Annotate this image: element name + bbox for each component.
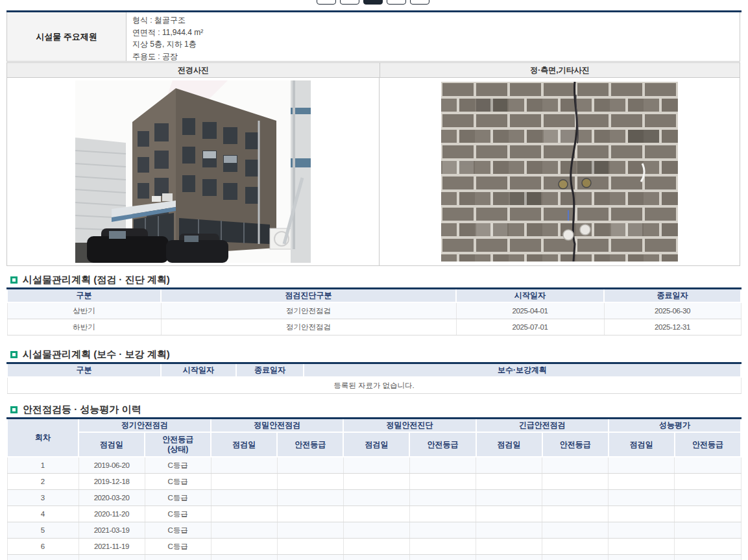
cell-empty: [609, 457, 675, 474]
col-header-inspection-type: 점검진단구분: [161, 289, 456, 302]
sub-header-date: 점검일: [476, 432, 542, 457]
section-bullet-icon: [10, 406, 18, 413]
cell-empty: [277, 539, 343, 555]
repair-plan-table: 구분 시작일자 종료일자 보수·보강계획 등록된 자료가 없습니다.: [6, 362, 742, 394]
cell-start-date: 2025-04-01: [456, 302, 604, 319]
col-header-start-date: 시작일자: [161, 364, 236, 377]
pagination-button[interactable]: [340, 0, 359, 5]
cell-empty: [211, 555, 277, 560]
photo-header-panorama: 전경사진: [7, 63, 380, 77]
cell-inspection-type: 정기안전점검: [161, 302, 456, 319]
cell-empty: [675, 457, 741, 474]
cell-empty: [609, 539, 675, 555]
history-table: 회차 정기안전점검 정밀안전점검 정밀안전진단 긴급안전점검 성능평가 점검일 …: [6, 417, 742, 560]
cell-round: 5: [7, 522, 78, 539]
cell-empty: [78, 555, 145, 560]
history-row: 4 2020-11-20 C등급: [7, 506, 741, 522]
cell-empty: [542, 522, 609, 539]
cell-empty: [476, 522, 542, 539]
history-row: 6 2021-11-19 C등급: [7, 539, 741, 555]
spec-floor-area: 연면적 : 11,944.4 m²: [132, 27, 734, 39]
cell-empty: [542, 539, 609, 555]
cell-empty: [542, 506, 609, 522]
cell-empty: [609, 522, 675, 539]
cell-end-date: 2025-06-30: [604, 302, 741, 319]
facility-detail-page: 시설물 주요제원 형식 : 철골구조 연면적 : 11,944.4 m² 지상 …: [0, 0, 748, 560]
sub-header-date: 점검일: [343, 432, 409, 457]
cell-empty: [7, 555, 78, 560]
sub-header-date: 점검일: [78, 432, 145, 457]
sub-header-grade: 안전등급: [675, 432, 741, 457]
cell-empty: [675, 474, 741, 490]
group-header-regular-inspection: 정기안전점검: [78, 419, 211, 432]
sub-header-date: 점검일: [609, 432, 675, 457]
cell-empty: [609, 506, 675, 522]
cell-empty: [277, 506, 343, 522]
cell-inspection-date: 2019-06-20: [78, 457, 145, 474]
sub-header-date: 점검일: [211, 432, 277, 457]
cell-empty: [277, 555, 343, 560]
section-title: 안전점검등 · 성능평가 이력: [23, 404, 141, 416]
cell-empty: [476, 555, 542, 560]
history-row: 1 2019-06-20 C등급: [7, 457, 741, 474]
cell-empty: [211, 474, 277, 490]
cell-empty: [675, 506, 741, 522]
cell-round: 6: [7, 539, 78, 555]
section-repair-plan: 시설물관리계획 (보수 · 보강 계획): [10, 348, 170, 361]
spec-structure-type: 형식 : 철골구조: [132, 14, 734, 27]
cell-inspection-date: 2020-11-20: [78, 506, 145, 522]
pagination-button[interactable]: [387, 0, 406, 5]
cell-empty: [211, 490, 277, 506]
cell-empty: [343, 555, 409, 560]
cell-empty: [675, 539, 741, 555]
cell-grade: C등급: [145, 490, 211, 506]
history-row-partial: [7, 555, 741, 560]
cell-empty: [343, 522, 409, 539]
cell-empty: [609, 474, 675, 490]
cell-empty: [675, 490, 741, 506]
cell-empty: [343, 474, 409, 490]
cell-empty: [211, 522, 277, 539]
cell-empty: [409, 555, 476, 560]
cell-start-date: 2025-07-01: [456, 319, 604, 335]
col-header-end-date: 종료일자: [604, 289, 741, 302]
cell-empty: [409, 457, 476, 474]
empty-row: 등록된 자료가 없습니다.: [7, 377, 741, 394]
grade-state-suffix: (상태): [147, 444, 209, 454]
sub-header-grade: 안전등급: [409, 432, 476, 457]
pagination-button-active[interactable]: [363, 0, 383, 5]
sub-header-grade-state: 안전등급 (상태): [145, 432, 211, 457]
cell-category: 하반기: [7, 319, 161, 335]
section-title: 시설물관리계획 (점검 · 진단 계획): [23, 274, 170, 286]
cell-empty: [409, 506, 476, 522]
sub-header-grade: 안전등급: [277, 432, 343, 457]
cell-empty: [343, 539, 409, 555]
cell-empty: [277, 522, 343, 539]
cell-grade: C등급: [145, 474, 211, 490]
cell-empty: [542, 457, 609, 474]
cell-grade: C등급: [145, 522, 211, 539]
group-header-detailed-inspection: 정밀안전점검: [211, 419, 343, 432]
cell-empty: [609, 490, 675, 506]
col-header-end-date: 종료일자: [236, 364, 304, 377]
cell-inspection-date: 2019-12-18: [78, 474, 145, 490]
cell-empty: [343, 490, 409, 506]
section-history: 안전점검등 · 성능평가 이력: [10, 403, 141, 416]
cell-empty: [476, 457, 542, 474]
col-header-category: 구분: [7, 364, 161, 377]
cell-end-date: 2025-12-31: [604, 319, 741, 335]
pagination-button[interactable]: [410, 0, 429, 5]
crack-photo-cell: [380, 78, 740, 265]
cell-empty: [476, 506, 542, 522]
cell-grade: C등급: [145, 539, 211, 555]
spec-values: 형식 : 철골구조 연면적 : 11,944.4 m² 지상 5층, 지하 1층…: [127, 12, 740, 61]
spec-main-use: 주용도 : 공장: [132, 51, 734, 63]
pagination-button[interactable]: [317, 0, 336, 5]
section-bullet-icon: [10, 276, 18, 284]
col-header-category: 구분: [7, 289, 161, 302]
cell-empty: [277, 457, 343, 474]
cell-empty: [145, 555, 211, 560]
cell-empty: [343, 506, 409, 522]
section-bullet-icon: [10, 351, 18, 358]
photo-header-row: 전경사진 정·측면,기타사진: [6, 62, 740, 78]
